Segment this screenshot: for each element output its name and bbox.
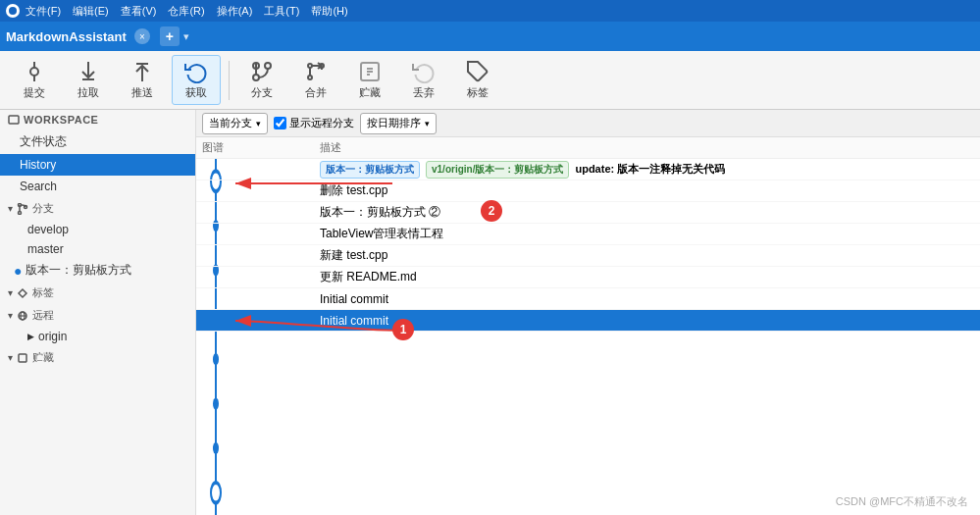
sidebar-item-history[interactable]: History <box>0 154 195 176</box>
commit-row-3[interactable]: TableView管理表情工程 <box>196 224 980 245</box>
svg-point-10 <box>253 75 259 80</box>
pull-label: 拉取 <box>77 85 99 100</box>
menu-edit[interactable]: 编辑(E) <box>73 4 109 19</box>
svg-rect-21 <box>9 116 19 124</box>
stash-label: 贮藏 <box>359 85 381 100</box>
menu-repo[interactable]: 仓库(R) <box>168 4 204 19</box>
graph-col-header: 图谱 <box>202 140 320 155</box>
current-branch-dot: ● <box>14 263 22 279</box>
app-name: MarkdownAssistant <box>6 29 127 44</box>
graph-header: 图谱 描述 <box>196 137 980 159</box>
remotes-section-header[interactable]: ▾ 远程 <box>0 304 195 327</box>
commit-desc-3: TableView管理表情工程 <box>314 226 980 242</box>
branch-dropdown[interactable]: 当前分支 ▾ <box>202 113 268 134</box>
app-icon <box>6 4 20 18</box>
commit-desc-7: Initial commit <box>314 314 980 328</box>
menu-file[interactable]: 文件(F) <box>26 4 61 19</box>
title-bar-menus[interactable]: 文件(F) 编辑(E) 查看(V) 仓库(R) 操作(A) 工具(T) 帮助(H… <box>26 4 348 19</box>
stash-button[interactable]: 贮藏 <box>345 56 394 104</box>
branch-button[interactable]: 分支 <box>237 56 286 104</box>
show-remote-check[interactable] <box>274 117 286 129</box>
svg-point-12 <box>308 64 312 68</box>
menu-help[interactable]: 帮助(H) <box>311 4 347 19</box>
menu-view[interactable]: 查看(V) <box>121 4 157 19</box>
commit-row-2[interactable]: 版本一：剪贴板方式 ② <box>196 202 980 224</box>
sidebar-item-search[interactable]: Search <box>0 176 195 197</box>
commit-message-0: update: 版本一注释掉无关代码 <box>575 162 725 177</box>
commit-desc-2: 版本一：剪贴板方式 ② <box>314 204 980 221</box>
commit-row-6[interactable]: Initial commit <box>196 288 980 310</box>
remote-tag-0: v1/origin/版本一：剪贴板方式 <box>426 161 569 179</box>
commit-message-1: 删除 test.cpp <box>320 182 387 199</box>
sidebar-branch-master[interactable]: master <box>0 239 195 259</box>
tab-chevron[interactable]: ▾ <box>183 30 189 43</box>
local-tag-0: 版本一：剪贴板方式 <box>320 161 420 179</box>
commit-message-2: 版本一：剪贴板方式 ② <box>320 204 440 221</box>
menu-bar: MarkdownAssistant × + ▾ <box>0 22 980 51</box>
sidebar: WORKSPACE 文件状态 History Search ▾ 分支 devel… <box>0 110 196 515</box>
workspace-header: WORKSPACE <box>0 110 195 129</box>
sidebar-remote-origin[interactable]: ▶ origin <box>0 327 195 346</box>
svg-point-36 <box>213 397 219 409</box>
merge-button[interactable]: 合并 <box>291 56 340 104</box>
commit-row-0[interactable]: 版本一：剪贴板方式 v1/origin/版本一：剪贴板方式 update: 版本… <box>196 159 980 180</box>
commit-desc-4: 新建 test.cpp <box>314 247 980 264</box>
content-toolbar: 当前分支 ▾ 显示远程分支 按日期排序 ▾ <box>196 110 980 137</box>
tag-button[interactable]: 标签 <box>453 56 502 104</box>
sort-chevron: ▾ <box>425 119 430 129</box>
svg-point-9 <box>265 63 271 69</box>
sidebar-branch-current[interactable]: ● 版本一：剪贴板方式 <box>0 259 195 282</box>
watermark: CSDN @MFC不精通不改名 <box>836 494 968 509</box>
commit-desc-5: 更新 README.md <box>314 269 980 285</box>
commit-desc-0: 版本一：剪贴板方式 v1/origin/版本一：剪贴板方式 update: 版本… <box>314 161 980 179</box>
commit-label: 提交 <box>24 85 45 100</box>
push-label: 推送 <box>131 85 153 100</box>
sidebar-item-file-status[interactable]: 文件状态 <box>0 129 195 154</box>
fetch-button[interactable]: 获取 <box>172 55 221 105</box>
push-button[interactable]: 推送 <box>118 56 167 104</box>
tab-close-button[interactable]: × <box>134 28 150 44</box>
svg-point-1 <box>30 68 38 76</box>
commit-row-5[interactable]: 更新 README.md <box>196 267 980 288</box>
branch-dropdown-chevron: ▾ <box>256 119 261 129</box>
svg-rect-29 <box>19 354 26 362</box>
commit-graph-area[interactable]: 1 2 版本一：剪贴板方式 v1/origin/版本一：剪贴板方式 update… <box>196 159 980 515</box>
tags-section-header[interactable]: ▾ 标签 <box>0 282 195 304</box>
svg-point-38 <box>211 483 221 503</box>
commit-row-4[interactable]: 新建 test.cpp <box>196 245 980 267</box>
desc-col-header: 描述 <box>320 140 974 155</box>
menu-tools[interactable]: 工具(T) <box>264 4 299 19</box>
svg-point-13 <box>308 76 312 79</box>
commit-desc-1: 删除 test.cpp <box>314 182 980 199</box>
tag-label: 标签 <box>467 85 489 100</box>
stash-section-header[interactable]: ▾ 贮藏 <box>0 346 195 369</box>
pull-button[interactable]: 拉取 <box>64 56 113 104</box>
branch-label: 分支 <box>251 85 273 100</box>
svg-point-37 <box>213 442 219 454</box>
commit-message-4: 新建 test.cpp <box>320 247 387 264</box>
discard-button[interactable]: 丢弃 <box>399 56 448 104</box>
main-layout: WORKSPACE 文件状态 History Search ▾ 分支 devel… <box>0 110 980 515</box>
svg-point-0 <box>9 7 17 15</box>
commit-message-5: 更新 README.md <box>320 269 417 285</box>
sort-dropdown[interactable]: 按日期排序 ▾ <box>360 113 437 134</box>
commit-row-1[interactable]: 删除 test.cpp <box>196 180 980 202</box>
svg-point-24 <box>19 211 22 214</box>
discard-label: 丢弃 <box>413 85 435 100</box>
show-remote-checkbox[interactable]: 显示远程分支 <box>274 116 354 130</box>
menu-action[interactable]: 操作(A) <box>217 4 253 19</box>
toolbar: 提交 拉取 推送 获取 分支 <box>0 51 980 110</box>
fetch-label: 获取 <box>185 85 207 100</box>
commit-message-7: Initial commit <box>320 314 388 328</box>
sidebar-branch-develop[interactable]: develop <box>0 220 195 239</box>
new-tab-button[interactable]: + <box>160 26 180 46</box>
commit-desc-6: Initial commit <box>314 292 980 306</box>
commit-row-7[interactable]: Initial commit <box>196 310 980 332</box>
branches-section-header[interactable]: ▾ 分支 <box>0 197 195 220</box>
title-bar: 文件(F) 编辑(E) 查看(V) 仓库(R) 操作(A) 工具(T) 帮助(H… <box>0 0 980 22</box>
merge-label: 合并 <box>305 85 327 100</box>
commit-button[interactable]: 提交 <box>10 56 59 104</box>
commit-message-6: Initial commit <box>320 292 388 306</box>
commit-message-3: TableView管理表情工程 <box>320 226 443 242</box>
svg-point-35 <box>213 353 219 365</box>
